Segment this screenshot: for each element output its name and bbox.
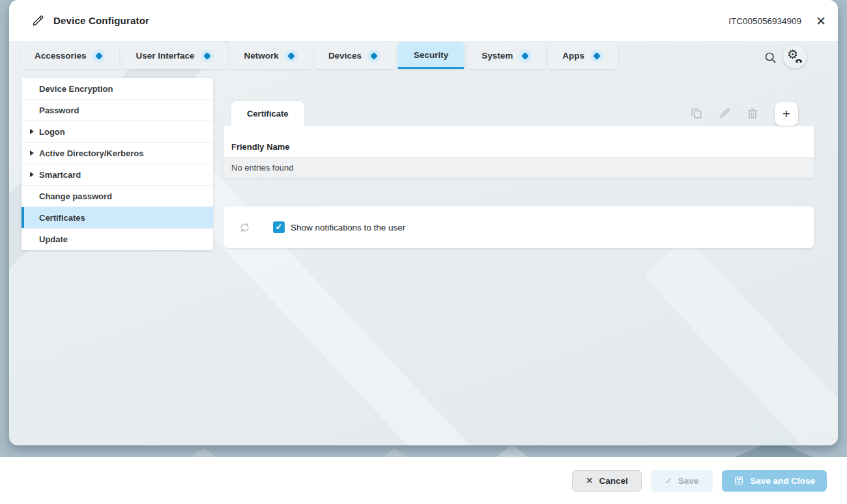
background-triangle (496, 444, 528, 457)
tab-security[interactable]: Security (397, 42, 465, 69)
save-and-close-button[interactable]: Save and Close (722, 470, 827, 492)
show-notifications-checkbox[interactable] (273, 221, 285, 233)
floppy-disk-icon (734, 475, 744, 486)
certificates-table: Friendly Name No entries found (223, 126, 814, 178)
diamond-badge-icon (285, 49, 298, 63)
tab-certificate[interactable]: Certificate (231, 101, 304, 126)
device-id-label: ITC005056934909 (728, 16, 801, 25)
sidebar-item-label: Change password (39, 191, 112, 201)
security-sidebar: Device Encryption Password Logon Active … (22, 78, 213, 250)
close-icon[interactable]: ✕ (813, 14, 829, 27)
tab-system[interactable]: System (468, 42, 545, 69)
diamond-badge-icon (590, 49, 603, 63)
tab-apps[interactable]: Apps (549, 42, 617, 69)
tab-network[interactable]: Network (231, 42, 311, 69)
sidebar-item-label: Password (39, 105, 79, 115)
window-header: Device Configurator ITC005056934909 ✕ (9, 0, 838, 41)
sidebar-item-password[interactable]: Password (22, 100, 213, 121)
window-title: Device Configurator (53, 15, 149, 26)
tab-label: Apps (562, 51, 584, 61)
expand-caret-icon (30, 129, 34, 134)
tab-user-interface[interactable]: User Interface (122, 42, 227, 69)
search-icon[interactable] (764, 51, 778, 65)
sidebar-item-label: Device Encryption (39, 84, 113, 94)
sidebar-item-certificates[interactable]: Certificates (22, 207, 213, 229)
sidebar-item-label: Update (39, 234, 68, 244)
table-header-row: Friendly Name (223, 126, 814, 158)
sidebar-item-logon[interactable]: Logon (22, 121, 213, 143)
sidebar-item-active-directory-kerberos[interactable]: Active Directory/Kerberos (22, 143, 213, 164)
tab-label: Network (244, 51, 279, 61)
table-empty-row: No entries found (223, 158, 814, 178)
sidebar-item-label: Certificates (39, 213, 85, 223)
view-settings-button[interactable]: ⚙ (783, 45, 807, 68)
tab-label: Devices (328, 51, 362, 61)
certificate-toolbar: + (691, 101, 814, 126)
diamond-badge-icon (519, 49, 532, 63)
diamond-badge-icon (367, 49, 380, 63)
sidebar-item-label: Logon (39, 127, 65, 137)
diamond-badge-icon (93, 49, 106, 63)
sidebar-item-label: Active Directory/Kerberos (39, 148, 143, 158)
edit-pencil-icon (31, 14, 44, 27)
tab-label: User Interface (136, 51, 195, 61)
sidebar-item-smartcard[interactable]: Smartcard (22, 164, 213, 186)
action-footer: ✕ Cancel ✓ Save Save and Close (0, 457, 847, 504)
edit-icon[interactable] (719, 107, 730, 119)
expand-caret-icon (30, 172, 34, 177)
sidebar-item-update[interactable]: Update (22, 229, 213, 250)
eye-icon (794, 58, 803, 64)
save-and-close-button-label: Save and Close (750, 476, 815, 486)
tab-label: Security (414, 50, 448, 60)
diamond-badge-icon (201, 49, 214, 63)
show-notifications-label: Show notifications to the user (291, 223, 405, 232)
cancel-button[interactable]: ✕ Cancel (572, 470, 642, 492)
background-triangle (190, 448, 216, 457)
tab-devices[interactable]: Devices (315, 42, 394, 69)
category-tabbar: Accessories User Interface Network Devic… (21, 42, 617, 69)
notification-setting-card: Show notifications to the user (223, 206, 814, 248)
cancel-button-label: Cancel (599, 476, 627, 486)
tab-accessories[interactable]: Accessories (21, 42, 119, 69)
certificate-toprow: Certificate + (223, 101, 814, 126)
certificates-panel: Certificate + Friendly Name No entries f… (223, 101, 814, 248)
background-chevron (644, 236, 838, 445)
reset-refresh-icon[interactable] (239, 222, 250, 233)
save-check-icon: ✓ (665, 476, 672, 486)
tab-label: System (481, 51, 513, 61)
sidebar-item-label: Smartcard (39, 170, 81, 180)
expand-caret-icon (30, 150, 34, 156)
duplicate-icon[interactable] (691, 107, 702, 119)
sidebar-item-device-encryption[interactable]: Device Encryption (22, 78, 213, 100)
cancel-x-icon: ✕ (586, 475, 594, 486)
tab-label: Certificate (247, 109, 289, 119)
save-button-label: Save (678, 476, 699, 486)
add-certificate-button[interactable]: + (775, 102, 798, 126)
device-configurator-window: Device Configurator ITC005056934909 ✕ Ac… (9, 0, 838, 445)
sidebar-item-change-password[interactable]: Change password (22, 186, 213, 207)
save-button[interactable]: ✓ Save (651, 470, 713, 492)
delete-icon[interactable] (747, 107, 758, 119)
column-header-friendly-name: Friendly Name (231, 142, 290, 152)
tab-label: Accessories (35, 51, 87, 61)
background-triangle (383, 448, 407, 457)
